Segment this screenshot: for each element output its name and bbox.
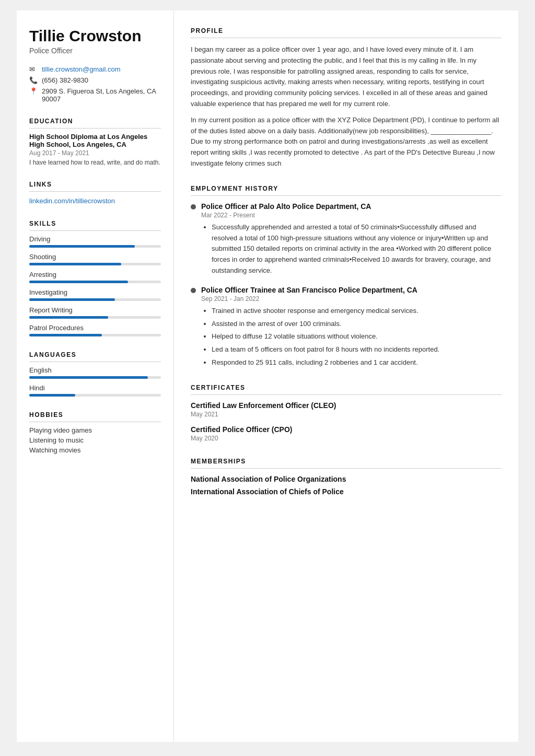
job-bullets: Trained in active shooter response and e… <box>201 306 502 368</box>
skill-item: Driving <box>29 235 161 248</box>
job-dot <box>191 288 196 293</box>
certs-list: Certified Law Enforcement Officer (CLEO)… <box>191 401 502 442</box>
skills-list: Driving Shooting Arresting Investigating… <box>29 235 161 336</box>
skill-name: Report Writing <box>29 306 161 314</box>
job-dates: Sep 2021 - Jan 2022 <box>201 295 502 303</box>
phone-item: 📞 (656) 382-9830 <box>29 76 161 84</box>
links-section: LINKS linkedin.com/in/tilliecrowston <box>29 181 161 205</box>
skill-bar-fill <box>29 316 108 319</box>
phone-text: (656) 382-9830 <box>42 76 88 84</box>
skill-bar-fill <box>29 334 102 336</box>
memberships-section: MEMBERSHIPS National Association of Poli… <box>191 458 502 496</box>
job-dates: Mar 2022 - Present <box>201 212 502 219</box>
address-item: 📍 2909 S. Figueroa St, Los Angeles, CA 9… <box>29 87 161 103</box>
language-bar-fill <box>29 394 75 397</box>
languages-list: English Hindi <box>29 366 161 397</box>
skill-bar-fill <box>29 263 121 265</box>
skill-bar-fill <box>29 281 128 283</box>
hobby-item: Listening to music <box>29 436 161 444</box>
edu-dates: Aug 2017 - May 2021 <box>29 149 161 157</box>
skill-name: Patrol Procedures <box>29 324 161 332</box>
language-name: English <box>29 366 161 374</box>
cert-item: Certified Law Enforcement Officer (CLEO)… <box>191 401 502 418</box>
hobbies-section: HOBBIES Playing video gamesListening to … <box>29 411 161 454</box>
skill-item: Investigating <box>29 288 161 301</box>
left-column: Tillie Crowston Police Officer ✉ tillie.… <box>17 10 173 742</box>
certificates-heading: CERTIFICATES <box>191 384 502 395</box>
education-heading: EDUCATION <box>29 118 161 129</box>
language-name: Hindi <box>29 384 161 392</box>
language-item: English <box>29 366 161 379</box>
skill-name: Driving <box>29 235 161 243</box>
jobs-list: Police Officer at Palo Alto Police Depar… <box>191 202 502 368</box>
skill-bar-fill <box>29 245 135 248</box>
employment-section: EMPLOYMENT HISTORY Police Officer at Pal… <box>191 185 502 368</box>
contact-list: ✉ tillie.crowston@gmail.com 📞 (656) 382-… <box>29 65 161 103</box>
membership-item: International Association of Chiefs of P… <box>191 487 502 496</box>
job-bullet: Trained in active shooter response and e… <box>212 306 502 317</box>
skill-bar-bg <box>29 263 161 265</box>
skills-section: SKILLS Driving Shooting Arresting Invest… <box>29 220 161 336</box>
job-item: Police Officer at Palo Alto Police Depar… <box>191 202 502 276</box>
skill-bar-bg <box>29 298 161 301</box>
skill-item: Arresting <box>29 271 161 283</box>
skill-item: Patrol Procedures <box>29 324 161 336</box>
cert-name: Certified Police Officer (CPO) <box>191 425 502 434</box>
skill-name: Investigating <box>29 288 161 296</box>
profile-heading: PROFILE <box>191 27 502 38</box>
memberships-heading: MEMBERSHIPS <box>191 458 502 469</box>
membership-item: National Association of Police Organizat… <box>191 475 502 483</box>
job-bullet: Led a team of 5 officers on foot patrol … <box>212 344 502 355</box>
skill-item: Shooting <box>29 253 161 265</box>
cert-name: Certified Law Enforcement Officer (CLEO) <box>191 401 502 410</box>
job-item: Police Officer Trainee at San Francisco … <box>191 286 502 368</box>
hobbies-list: Playing video gamesListening to musicWat… <box>29 426 161 454</box>
hobby-item: Watching movies <box>29 446 161 454</box>
hobby-item: Playing video games <box>29 426 161 434</box>
skill-item: Report Writing <box>29 306 161 319</box>
job-title: Police Officer Trainee at San Francisco … <box>201 286 502 294</box>
language-item: Hindi <box>29 384 161 397</box>
edu-degree: High School Diploma at Los Angeles High … <box>29 133 161 148</box>
job-bullet: Helped to diffuse 12 volatile situations… <box>212 331 502 342</box>
skills-heading: SKILLS <box>29 220 161 231</box>
job-dot <box>191 204 196 210</box>
language-bar-bg <box>29 376 161 379</box>
linkedin-link[interactable]: linkedin.com/in/tilliecrowston <box>29 197 115 205</box>
job-title: Police Officer at Palo Alto Police Depar… <box>201 202 502 211</box>
employment-heading: EMPLOYMENT HISTORY <box>191 185 502 196</box>
applicant-name: Tillie Crowston <box>29 27 161 44</box>
location-icon: 📍 <box>29 87 38 95</box>
skill-bar-bg <box>29 245 161 248</box>
linkedin-link-item: linkedin.com/in/tilliecrowston <box>29 196 161 205</box>
applicant-title: Police Officer <box>29 46 161 55</box>
memberships-list: National Association of Police Organizat… <box>191 475 502 496</box>
job-bullet: Successfully apprehended and arrested a … <box>212 222 502 276</box>
email-icon: ✉ <box>29 65 38 73</box>
resume-container: Tillie Crowston Police Officer ✉ tillie.… <box>17 10 518 742</box>
languages-heading: LANGUAGES <box>29 351 161 362</box>
cert-date: May 2020 <box>191 435 502 442</box>
right-column: PROFILE I began my career as a police of… <box>173 10 518 742</box>
job-bullet: Responded to 25 911 calls, including 2 r… <box>212 357 502 368</box>
certificates-section: CERTIFICATES Certified Law Enforcement O… <box>191 384 502 442</box>
language-bar-bg <box>29 394 161 397</box>
edu-description: I have learned how to read, write, and d… <box>29 159 161 166</box>
skill-bar-fill <box>29 298 115 301</box>
job-bullets: Successfully apprehended and arrested a … <box>201 222 502 276</box>
links-heading: LINKS <box>29 181 161 192</box>
job-bullet: Assisted in the arrest of over 100 crimi… <box>212 319 502 330</box>
hobbies-heading: HOBBIES <box>29 411 161 422</box>
cert-date: May 2021 <box>191 411 502 418</box>
profile-section: PROFILE I began my career as a police of… <box>191 27 502 169</box>
email-link[interactable]: tillie.crowston@gmail.com <box>42 65 120 73</box>
cert-item: Certified Police Officer (CPO) May 2020 <box>191 425 502 442</box>
languages-section: LANGUAGES English Hindi <box>29 351 161 397</box>
skill-name: Shooting <box>29 253 161 261</box>
skill-name: Arresting <box>29 271 161 278</box>
address-text: 2909 S. Figueroa St, Los Angeles, CA 900… <box>42 87 161 103</box>
skill-bar-bg <box>29 334 161 336</box>
phone-icon: 📞 <box>29 76 38 84</box>
skill-bar-bg <box>29 281 161 283</box>
email-item: ✉ tillie.crowston@gmail.com <box>29 65 161 73</box>
